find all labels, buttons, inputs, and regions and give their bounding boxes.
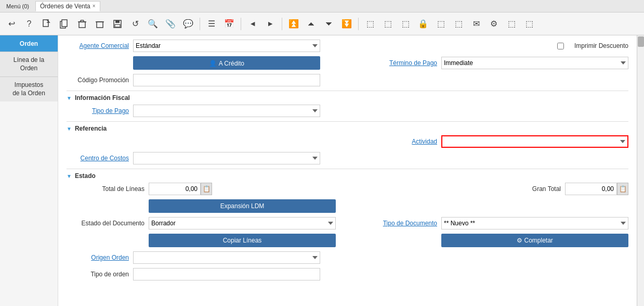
- codigo-promocion-input[interactable]: [133, 74, 320, 86]
- undo-button[interactable]: ↩: [4, 17, 19, 31]
- delete-button1[interactable]: [75, 17, 89, 31]
- btn2[interactable]: ⬚: [380, 17, 395, 31]
- btn9[interactable]: ⬚: [504, 17, 519, 31]
- btn4[interactable]: 🔒: [416, 17, 430, 31]
- credito-icon: 👤: [209, 60, 217, 67]
- gran-total-copy-button[interactable]: 📋: [617, 183, 628, 195]
- btn5[interactable]: ⬚: [433, 17, 448, 31]
- centro-costos-label[interactable]: Centro de Costos: [67, 155, 129, 162]
- tipo-documento-select[interactable]: ** Nuevo **: [441, 217, 628, 230]
- termino-pago-label[interactable]: Término de Pago: [375, 59, 437, 67]
- svg-rect-2: [62, 20, 67, 27]
- tipo-orden-row: Tipo de orden: [67, 268, 628, 280]
- origen-orden-select[interactable]: [133, 251, 320, 264]
- estado-documento-select[interactable]: Borrador: [149, 217, 336, 230]
- copiar-completar-row: Copiar Líneas ⚙ Completar: [67, 234, 628, 247]
- copy-button[interactable]: [57, 17, 72, 31]
- search-button[interactable]: 🔍: [146, 17, 160, 31]
- agente-comercial-row: Agente Comercial Estándar Imprimir Descu…: [67, 40, 628, 52]
- referencia-section-title: Referencia: [75, 125, 107, 132]
- next-record-button[interactable]: ⏷: [322, 17, 336, 31]
- sidebar-tab-linea[interactable]: Línea de laOrden: [0, 52, 58, 76]
- sidebar-tab-orden[interactable]: Orden: [0, 35, 58, 52]
- actividad-select[interactable]: [441, 135, 628, 148]
- centro-costos-select[interactable]: [133, 152, 320, 164]
- save-button[interactable]: [110, 17, 125, 31]
- estado-section-header: ▼ Estado: [67, 169, 628, 180]
- completar-button[interactable]: ⚙ Completar: [441, 234, 628, 247]
- referencia-arrow-icon[interactable]: ▼: [67, 126, 72, 132]
- gran-total-label: Gran Total: [498, 185, 561, 193]
- close-tab-icon[interactable]: ×: [93, 3, 96, 9]
- prev-record-button[interactable]: ⏶: [304, 17, 319, 31]
- sidebar-tab-linea-label: Línea de laOrden: [14, 56, 44, 72]
- estado-section-title: Estado: [75, 172, 96, 180]
- imprimir-descuento-checkbox[interactable]: [557, 43, 564, 49]
- sidebar-tab-orden-label: Orden: [20, 40, 38, 47]
- tipo-orden-input[interactable]: [133, 268, 320, 280]
- actividad-label[interactable]: Actividad: [375, 138, 437, 145]
- new-button[interactable]: [40, 17, 54, 31]
- fiscal-arrow-icon[interactable]: ▼: [67, 95, 72, 101]
- nav-next-button[interactable]: ▶: [263, 17, 278, 31]
- btn7[interactable]: ✉: [469, 17, 483, 31]
- tipo-pago-select[interactable]: [133, 105, 320, 117]
- menu-tab[interactable]: Menú (0): [2, 2, 33, 10]
- note-button[interactable]: 💬: [181, 17, 195, 31]
- codigo-promocion-label: Código Promoción: [67, 76, 129, 84]
- svg-rect-3: [79, 22, 85, 28]
- refresh-button[interactable]: ↺: [128, 17, 142, 31]
- btn1[interactable]: ⬚: [363, 17, 377, 31]
- centro-costos-row: Centro de Costos: [67, 152, 628, 164]
- imprimir-descuento-label: Imprimir Descuento: [566, 42, 628, 49]
- agente-comercial-select[interactable]: Estándar: [133, 40, 320, 52]
- tipo-pago-label[interactable]: Tipo de Pago: [67, 107, 129, 114]
- tipo-documento-label[interactable]: Tipo de Documento: [375, 220, 437, 227]
- svg-rect-12: [115, 24, 120, 27]
- btn6[interactable]: ⬚: [451, 17, 466, 31]
- scrollbar-track[interactable]: [637, 35, 644, 306]
- active-tab-label: Órdenes de Venta: [40, 3, 90, 10]
- delete-button2[interactable]: [93, 17, 107, 31]
- a-credito-button[interactable]: 👤 A Crédito: [133, 56, 320, 70]
- calendar-button[interactable]: 📅: [222, 17, 236, 31]
- estado-doc-row: Estado del Documento Borrador Tipo de Do…: [67, 217, 628, 230]
- nav-prev-button[interactable]: ◀: [245, 17, 260, 31]
- expansion-ldm-button[interactable]: Expansión LDM: [149, 199, 336, 213]
- agente-comercial-label[interactable]: Agente Comercial: [67, 42, 129, 49]
- completar-label: Completar: [524, 237, 553, 244]
- toolbar: ↩ ? ↺ 🔍 📎 💬 ☰ 📅 ◀ ▶ ⏫ ⏶ ⏷ ⏬ ⬚ ⬚ ⬚ 🔒 ⬚ ⬚ …: [0, 12, 644, 35]
- list-button[interactable]: ☰: [204, 17, 219, 31]
- gran-total-input[interactable]: [565, 183, 617, 195]
- codigo-promocion-row: Código Promoción: [67, 74, 628, 86]
- referencia-section-header: ▼ Referencia: [67, 121, 628, 132]
- btn3[interactable]: ⬚: [398, 17, 413, 31]
- form-content: Agente Comercial Estándar Imprimir Descu…: [58, 35, 637, 306]
- origen-orden-label[interactable]: Origen Orden: [67, 254, 129, 261]
- scrollbar-thumb[interactable]: [638, 36, 644, 47]
- copiar-lineas-button[interactable]: Copiar Líneas: [149, 234, 336, 247]
- fiscal-section-title: Información Fiscal: [75, 94, 130, 101]
- svg-rect-8: [97, 22, 103, 28]
- total-lineas-input[interactable]: [149, 183, 201, 195]
- termino-pago-select[interactable]: Immediate: [441, 57, 628, 69]
- btn8[interactable]: ⚙: [487, 17, 501, 31]
- tipo-orden-label: Tipo de orden: [67, 271, 129, 278]
- gear-icon: ⚙: [517, 237, 522, 244]
- expansion-ldm-label: Expansión LDM: [220, 202, 265, 210]
- help-button[interactable]: ?: [22, 17, 36, 31]
- total-lineas-row: Total de Líneas 📋 Gran Total 📋: [67, 183, 628, 195]
- last-button[interactable]: ⏬: [339, 17, 354, 31]
- estado-arrow-icon[interactable]: ▼: [67, 173, 72, 179]
- total-lineas-copy-button[interactable]: 📋: [201, 183, 212, 195]
- a-credito-label: A Crédito: [219, 60, 244, 67]
- sidebar-tab-impuestos[interactable]: Impuestosde la Orden: [0, 76, 58, 101]
- actividad-centrocostos-row: Actividad: [67, 135, 628, 148]
- attach-button[interactable]: 📎: [163, 17, 178, 31]
- estado-documento-label: Estado del Documento: [67, 220, 144, 227]
- svg-rect-11: [115, 20, 120, 23]
- btn10[interactable]: ⬚: [522, 17, 536, 31]
- first-button[interactable]: ⏫: [286, 17, 301, 31]
- sidebar: Orden Línea de laOrden Impuestosde la Or…: [0, 35, 58, 306]
- active-tab[interactable]: Órdenes de Venta ×: [35, 1, 100, 11]
